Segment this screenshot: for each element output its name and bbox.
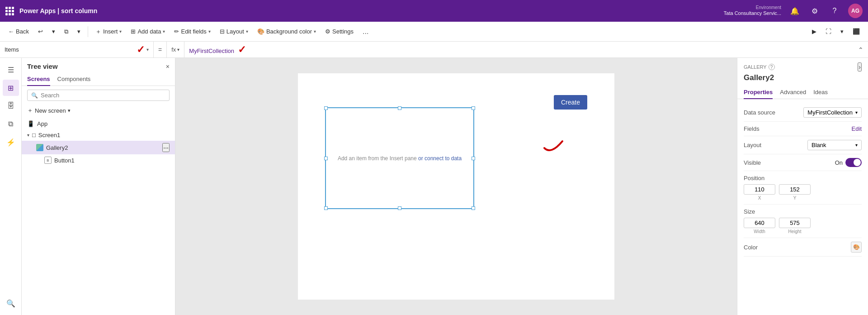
left-search-button[interactable]: 🔍 [3,295,19,311]
notifications-button[interactable]: 🔔 [788,5,801,17]
insert-button[interactable]: ＋ Insert ▾ [92,26,126,38]
color-label: Color [744,244,758,251]
gallery-help-icon[interactable]: ? [769,64,775,70]
gallery2-more-button[interactable]: ··· [162,143,170,152]
layout-dropdown[interactable]: Blank ▾ [807,140,862,150]
undo-button[interactable]: ↩ [34,26,47,37]
data-source-chevron-icon: ▾ [855,110,858,115]
new-screen-button[interactable]: ＋ New screen ▾ [27,106,71,115]
position-x-input[interactable] [744,184,775,195]
items-checkmark-annotation: ✓ [137,44,145,56]
handle-bottom[interactable] [398,206,401,210]
apps-grid-button[interactable] [5,7,14,15]
fields-edit-button[interactable]: Edit [852,125,862,132]
toolbar-right-chevron[interactable]: ▾ [837,26,847,37]
edit-fields-button[interactable]: ✏ Edit fields ▾ [170,26,214,37]
tab-ideas[interactable]: Ideas [813,86,828,99]
data-source-dropdown[interactable]: MyFirstCollection ▾ [803,107,862,118]
fullscreen-button[interactable]: ⛶ [822,26,835,37]
visible-toggle[interactable] [845,158,862,167]
tab-advanced[interactable]: Advanced [780,86,806,99]
tree-search-box[interactable]: 🔍 [27,90,170,101]
position-y-input[interactable] [779,184,811,195]
gallery-selection-box[interactable]: Add an item from the Insert pane or conn… [325,107,474,209]
grid-icon [5,7,14,15]
canvas-area: Create Add an item from the Insert pane … [175,58,737,315]
tree-item-label: Gallery2 [46,144,160,151]
help-button[interactable]: ? [828,5,841,17]
tree-header: Tree view × [22,58,175,73]
fields-label: Fields [744,125,760,132]
tree-search-container: 🔍 [22,86,175,105]
tab-properties[interactable]: Properties [744,86,773,99]
phone-icon: 📱 [27,120,34,127]
tab-components[interactable]: Components [57,73,91,86]
layout-prop-label: Layout [744,142,761,148]
formula-selector[interactable]: Items ✓ ▾ [0,42,154,57]
visible-on-label: On [835,159,843,166]
size-height-input[interactable] [779,218,811,228]
handle-top[interactable] [398,106,401,110]
selector-chevron-icon: ▾ [146,47,149,52]
list-item[interactable]: Gallery2 ··· [22,141,175,154]
button-component-icon: B [44,157,52,164]
layout-row: Layout Blank ▾ [744,136,862,154]
preview-icon-button[interactable]: ▶ [808,26,820,37]
top-bar-right: Environment Tata Consultancy Servic... 🔔… [724,4,863,18]
list-item[interactable]: B Button1 [22,154,175,166]
settings-icon-button[interactable]: ⚙ [808,5,821,17]
tree-tabs: Screens Components [22,73,175,86]
fields-row: Fields Edit [744,122,862,136]
formula-fx[interactable]: fx ▾ [167,42,184,57]
layout-chevron-icon: ▾ [855,143,858,148]
visible-label: Visible [744,159,761,166]
position-x-label: X [758,196,761,200]
more-options-button[interactable]: ... [359,26,372,38]
left-components-button[interactable]: ⧉ [3,116,19,132]
publish-button[interactable]: ⬛ [849,26,863,37]
tree-item-label: App [37,120,170,127]
layout-button[interactable]: ⊟ Layout ▾ [216,26,252,37]
tab-screens[interactable]: Screens [27,73,50,86]
undo-dropdown-button[interactable]: ▾ [48,26,59,37]
canvas-screen[interactable]: Create Add an item from the Insert pane … [298,73,614,300]
formula-expand-icon[interactable]: ⌃ [854,46,868,53]
handle-top-left[interactable] [324,106,328,110]
environment-info: Environment Tata Consultancy Servic... [724,5,781,16]
right-panel-content: Data source MyFirstCollection ▾ Fields E… [737,99,868,315]
background-color-button[interactable]: 🎨 Background color ▾ [254,26,320,37]
handle-top-right[interactable] [472,106,475,110]
edit-fields-chevron-icon: ▾ [208,29,211,34]
paste-dropdown-button[interactable]: ▾ [74,26,84,37]
settings-button[interactable]: ⚙ Settings [321,26,357,37]
right-panel-expand-button[interactable]: › [858,62,862,72]
layout-chevron-icon: ▾ [246,29,248,34]
back-arrow-icon: ← [8,28,14,35]
handle-bottom-left[interactable] [324,206,328,210]
handle-left[interactable] [324,157,328,160]
copy-button[interactable]: ⧉ [61,26,72,37]
position-y-label: Y [793,196,797,200]
left-layers-button[interactable]: ⊞ [3,80,19,96]
back-button[interactable]: ← Back [5,26,33,37]
size-width-input[interactable] [744,218,775,228]
handle-bottom-right[interactable] [472,206,475,210]
tree-panel: Tree view × Screens Components 🔍 ＋ New s… [22,58,175,315]
create-button[interactable]: Create [554,95,587,110]
left-home-button[interactable]: ☰ [3,62,19,78]
size-width-label: Width [754,229,765,234]
gallery-section-label: GALLERY ? [744,64,775,70]
list-item[interactable]: 📱 App [22,118,175,129]
list-item[interactable]: ▾ □ Screen1 [22,129,175,141]
connect-to-data-link[interactable]: or connect to data [418,155,462,162]
position-inputs: X Y [744,184,811,200]
handle-right[interactable] [472,157,475,160]
color-swatch-button[interactable]: 🎨 [851,242,862,253]
tree-close-button[interactable]: × [166,63,170,70]
left-variables-button[interactable]: ⚡ [3,134,19,150]
avatar[interactable]: AG [848,4,863,18]
search-input[interactable] [41,92,165,99]
add-data-button[interactable]: ⊞ Add data ▾ [127,26,169,37]
left-data-button[interactable]: 🗄 [3,98,19,114]
formula-input[interactable]: MyFirstCollection ✓ [184,44,854,56]
